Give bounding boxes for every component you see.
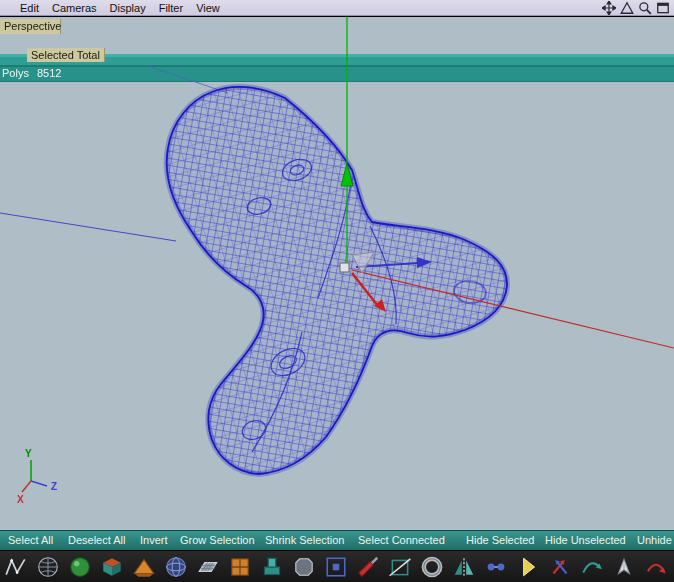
tweak-tool-icon[interactable] xyxy=(548,555,572,579)
extrude-tool-icon[interactable] xyxy=(260,555,284,579)
menu-view[interactable]: View xyxy=(196,2,220,14)
wedge-tool-icon[interactable] xyxy=(132,555,156,579)
gridsphere-tool-icon[interactable] xyxy=(164,555,188,579)
cube-tool-icon[interactable] xyxy=(100,555,124,579)
cmd-select-all[interactable]: Select All xyxy=(8,534,53,546)
bevel-tool-icon[interactable] xyxy=(292,555,316,579)
cmd-hide-selected[interactable]: Hide Selected xyxy=(466,534,535,546)
menu-filter[interactable]: Filter xyxy=(159,2,183,14)
tool-bar xyxy=(0,550,674,582)
gizmo-x-label: X xyxy=(17,494,24,505)
cmd-deselect-all[interactable]: Deselect All xyxy=(68,534,125,546)
gizmo-z-label: Z xyxy=(51,481,57,492)
menu-edit[interactable]: Edit xyxy=(20,2,39,14)
stats-header: Selected Total xyxy=(27,48,105,62)
cmd-shrink-selection[interactable]: Shrink Selection xyxy=(265,534,345,546)
manipulator-center-handle[interactable] xyxy=(340,263,349,272)
move-view-icon[interactable] xyxy=(602,1,616,15)
lattice-tool-icon[interactable] xyxy=(36,555,60,579)
mirror-tool-icon[interactable] xyxy=(452,555,476,579)
viewport-controls xyxy=(602,1,670,15)
arc-tool-icon[interactable] xyxy=(644,555,668,579)
subdivide-tool-icon[interactable] xyxy=(228,555,252,579)
polyline-tool-icon[interactable] xyxy=(4,555,28,579)
divider-arrow-icon[interactable] xyxy=(516,555,540,579)
cmd-select-connected[interactable]: Select Connected xyxy=(358,534,445,546)
weld-tool-icon[interactable] xyxy=(484,555,508,579)
slice-tool-icon[interactable] xyxy=(388,555,412,579)
cmd-grow-selection[interactable]: Grow Selection xyxy=(180,534,255,546)
torus-tool-icon[interactable] xyxy=(420,555,444,579)
cmd-hide-unselected[interactable]: Hide Unselected xyxy=(545,534,626,546)
selection-command-bar: Select All Deselect All Invert Grow Sele… xyxy=(0,530,674,550)
gizmo-y-label: Y xyxy=(25,448,32,459)
stats-polys-value: 8512 xyxy=(37,67,61,79)
plane-tool-icon[interactable] xyxy=(196,555,220,579)
cmd-invert[interactable]: Invert xyxy=(140,534,168,546)
world-axis-gizmo: Y Z X xyxy=(17,448,57,505)
menu-bar: Edit Cameras Display Filter View xyxy=(0,0,674,16)
cmd-unhide-all[interactable]: Unhide A xyxy=(637,534,674,546)
sphere-tool-icon[interactable] xyxy=(68,555,92,579)
mesh-wireframe[interactable] xyxy=(167,87,507,474)
inset-tool-icon[interactable] xyxy=(324,555,348,579)
zoom-view-icon[interactable] xyxy=(638,1,652,15)
menu-cameras[interactable]: Cameras xyxy=(52,2,97,14)
viewport-3d[interactable]: Y Z X Perspective Selected Total Polys85… xyxy=(0,17,674,530)
application-window: Edit Cameras Display Filter View xyxy=(0,0,674,582)
triangle-view-icon[interactable] xyxy=(620,1,634,15)
stats-polys-row: Polys8512 xyxy=(2,67,61,79)
curve-arrow-tool-icon[interactable] xyxy=(580,555,604,579)
maximize-view-icon[interactable] xyxy=(656,1,670,15)
menu-display[interactable]: Display xyxy=(110,2,146,14)
knife-tool-icon[interactable] xyxy=(356,555,380,579)
viewport-canvas[interactable]: Y Z X xyxy=(0,17,674,530)
pen-tool-icon[interactable] xyxy=(612,555,636,579)
viewport-label[interactable]: Perspective xyxy=(0,19,61,34)
stats-polys-label: Polys xyxy=(2,67,29,79)
